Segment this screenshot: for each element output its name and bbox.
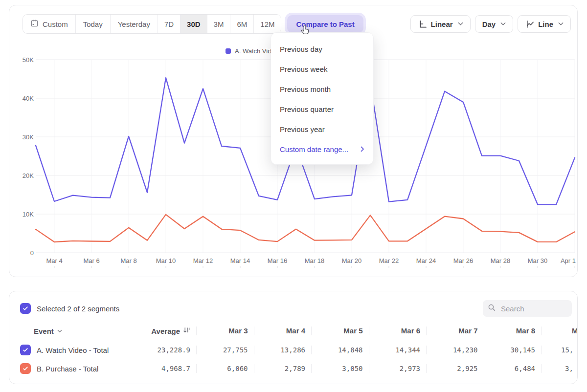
- menu-item-custom-date-range[interactable]: Custom date range...: [271, 139, 373, 159]
- value-cell-cut: 3,: [541, 364, 578, 373]
- preset-12m[interactable]: 12M: [254, 15, 281, 33]
- scale-label: Linear: [431, 20, 453, 28]
- line-chart-icon: [526, 20, 534, 28]
- preset-3m[interactable]: 3M: [207, 15, 231, 33]
- chevron-right-icon: [361, 145, 364, 153]
- chart-type-dropdown-button[interactable]: Line: [518, 15, 571, 33]
- date-range-presets: CustomTodayYesterday7D30D3M6M12M: [23, 14, 281, 34]
- cell-value: 2,973: [400, 365, 420, 372]
- value-cell: 27,755: [196, 346, 254, 354]
- preset-7d[interactable]: 7D: [158, 15, 181, 33]
- cell-value: 6,484: [515, 365, 535, 372]
- table-header-row: EventAverageMar 3Mar 4Mar 5Mar 6Mar 7Mar…: [9, 321, 578, 341]
- value-cell: 14,848: [311, 346, 369, 354]
- chart-options: Linear Day Line: [410, 15, 571, 33]
- segment-search: [483, 300, 572, 317]
- x-axis-label: Mar 8: [120, 257, 136, 264]
- linear-axis-icon: [419, 20, 427, 28]
- value-cell: 2,925: [426, 364, 484, 373]
- segments-table: EventAverageMar 3Mar 4Mar 5Mar 6Mar 7Mar…: [9, 321, 578, 378]
- x-axis-label: Mar 28: [491, 257, 510, 264]
- select-all-checkbox[interactable]: [20, 303, 31, 314]
- cell-value: 2,789: [285, 365, 305, 372]
- custom-date-range-label: Custom date range...: [280, 145, 348, 153]
- menu-item-previous-month[interactable]: Previous month: [271, 79, 373, 99]
- value-cell: 2,789: [254, 364, 312, 373]
- x-axis-label: Mar 24: [416, 257, 436, 264]
- row-checkbox[interactable]: [20, 363, 31, 374]
- menu-item-previous-quarter[interactable]: Previous quarter: [271, 99, 373, 119]
- y-axis-label: 10K: [23, 211, 34, 218]
- compare-to-past-button[interactable]: Compare to Past: [287, 15, 363, 33]
- x-axis-label: Mar 12: [193, 257, 213, 264]
- date-header-label: Mar 8: [516, 327, 535, 335]
- date-header-label: Mar 5: [343, 327, 362, 335]
- granularity-dropdown-button[interactable]: Day: [475, 15, 514, 33]
- value-cell: 14,230: [426, 346, 484, 354]
- x-axis-label: Mar 14: [230, 257, 250, 264]
- cell-value: 14,344: [395, 346, 420, 354]
- segments-header: Selected 2 of 2 segments: [20, 300, 572, 317]
- value-cell-cut: 15,: [541, 346, 578, 354]
- chevron-down-icon: [57, 329, 62, 333]
- sort-descending-icon[interactable]: [183, 327, 190, 336]
- date-header-label: Mar 6: [401, 327, 420, 335]
- table-row[interactable]: B. Purchase - Total4,968.76,0602,7893,05…: [9, 359, 578, 378]
- y-axis-label: 30K: [23, 133, 34, 141]
- search-input[interactable]: [500, 304, 565, 313]
- date-column-header: Mar 8: [484, 327, 542, 335]
- date-column-header: Mar 4: [254, 327, 312, 335]
- y-axis-label: 40K: [23, 95, 34, 102]
- average-column-header[interactable]: Average: [136, 327, 196, 336]
- menu-item-previous-day[interactable]: Previous day: [271, 39, 373, 59]
- date-header-label: Mar 7: [458, 327, 477, 335]
- date-column-header-cut: M: [541, 327, 578, 335]
- x-axis-label: Mar 4: [46, 257, 62, 264]
- table-row[interactable]: A. Watch Video - Total23,228.927,75513,2…: [9, 341, 578, 359]
- chart-type-label: Line: [538, 20, 553, 28]
- average-cell: 23,228.9: [136, 346, 196, 354]
- preset-today[interactable]: Today: [76, 15, 111, 33]
- preset-label: 3M: [214, 20, 224, 28]
- cell-value: 14,230: [453, 346, 478, 354]
- cell-value: 3,050: [342, 365, 362, 372]
- preset-label: 6M: [237, 20, 247, 28]
- series-a-swatch: [226, 48, 231, 54]
- y-axis-label: 0: [30, 249, 34, 257]
- cell-value: 3,: [565, 365, 573, 372]
- cell-value: 14,848: [338, 346, 363, 354]
- value-cell: 13,286: [254, 346, 312, 354]
- preset-label: 12M: [260, 20, 274, 28]
- chevron-down-icon: [500, 22, 506, 26]
- preset-30d[interactable]: 30D: [181, 15, 207, 33]
- calendar-icon: [30, 19, 39, 29]
- menu-item-previous-week[interactable]: Previous week: [271, 59, 373, 79]
- y-axis-label: 20K: [23, 172, 34, 179]
- chevron-down-icon: [558, 22, 564, 26]
- series-b-line: [36, 215, 575, 242]
- cell-value: 30,145: [510, 346, 535, 354]
- preset-label: 30D: [187, 20, 201, 28]
- cell-value: 15,: [561, 346, 573, 354]
- selected-segments-label: Selected 2 of 2 segments: [37, 305, 119, 313]
- menu-item-previous-year[interactable]: Previous year: [271, 119, 373, 139]
- y-axis-label: 50K: [23, 56, 34, 64]
- cell-value: 27,755: [223, 346, 248, 354]
- preset-label: Yesterday: [118, 20, 150, 28]
- preset-6m[interactable]: 6M: [230, 15, 254, 33]
- chart-toolbar: CustomTodayYesterday7D30D3M6M12M Compare…: [23, 14, 571, 34]
- scale-dropdown-button[interactable]: Linear: [410, 15, 471, 33]
- event-column-header[interactable]: Event: [9, 327, 136, 335]
- date-header-label: Mar 3: [228, 327, 248, 335]
- x-axis-label: Mar 18: [305, 257, 324, 264]
- granularity-label: Day: [482, 20, 496, 28]
- preset-custom[interactable]: Custom: [23, 15, 76, 33]
- average-value: 4,968.7: [161, 365, 190, 372]
- date-header-label: M: [572, 327, 578, 335]
- x-axis-label: Mar 20: [342, 257, 361, 264]
- date-column-header: Mar 7: [426, 327, 484, 335]
- row-checkbox[interactable]: [20, 345, 31, 355]
- value-cell: 6,484: [484, 364, 542, 373]
- preset-yesterday[interactable]: Yesterday: [111, 15, 158, 33]
- value-cell: 14,344: [369, 346, 427, 354]
